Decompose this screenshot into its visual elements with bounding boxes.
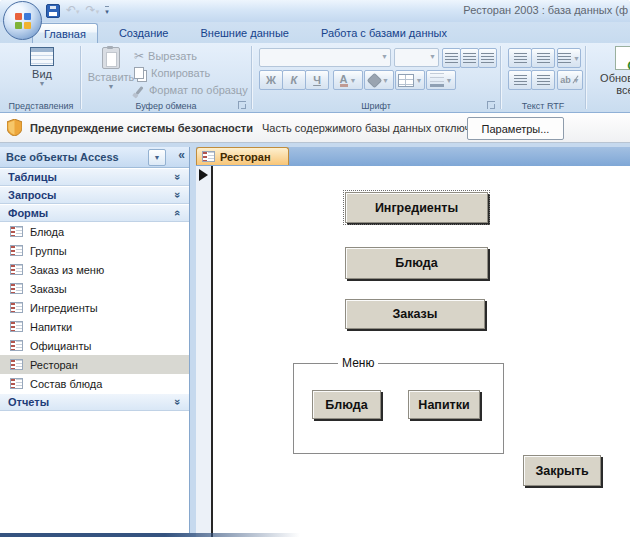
window-title: Ресторан 2003 : база данных (ф bbox=[463, 4, 628, 16]
italic-button[interactable]: К bbox=[282, 70, 306, 90]
copy-icon bbox=[134, 67, 144, 79]
office-button[interactable] bbox=[3, 1, 42, 40]
form-icon bbox=[10, 226, 23, 237]
chevron-down-icon: ▼ bbox=[350, 77, 357, 84]
nav-item-waiters-form[interactable]: Официанты bbox=[0, 336, 189, 355]
customize-qat-icon[interactable]: ▾ bbox=[105, 6, 109, 16]
chevron-double-up-icon: « bbox=[172, 210, 184, 216]
menu-drinks-button[interactable]: Напитки bbox=[408, 390, 480, 419]
increase-indent-icon bbox=[537, 53, 550, 64]
group-label-font: Шрифт bbox=[253, 101, 499, 111]
align-right-button[interactable] bbox=[478, 48, 497, 68]
direction-icon bbox=[558, 53, 571, 64]
options-button[interactable]: Параметры... bbox=[467, 117, 564, 140]
decrease-indent-icon bbox=[514, 53, 527, 64]
highlight-button[interactable]: ab ▼ bbox=[557, 70, 583, 90]
font-size-select[interactable]: ▼ bbox=[394, 48, 439, 67]
security-shield-icon bbox=[7, 119, 22, 136]
chevron-down-icon: ▼ bbox=[429, 53, 436, 60]
group-label-clipboard: Буфер обмена bbox=[82, 101, 250, 111]
window-bottom-border bbox=[0, 533, 300, 537]
window-titlebar: ↶▾ ↷▾ ▾ Ресторан 2003 : база данных (ф bbox=[0, 0, 630, 22]
form-icon bbox=[10, 340, 23, 351]
menu-group-label: Меню bbox=[338, 356, 378, 370]
alternate-fill-button[interactable]: ▼ bbox=[426, 70, 456, 90]
copy-button[interactable]: Копировать bbox=[134, 65, 210, 81]
record-selector-bar[interactable] bbox=[196, 166, 213, 537]
menu-dishes-button[interactable]: Блюда bbox=[312, 390, 381, 419]
bold-button[interactable]: Ж bbox=[259, 70, 283, 90]
refresh-all-icon: ⟳ bbox=[615, 46, 630, 70]
document-tab-restaurant[interactable]: Ресторан bbox=[196, 147, 289, 165]
nav-item-orders-form[interactable]: Заказы bbox=[0, 279, 189, 298]
paint-bucket-icon bbox=[367, 72, 383, 88]
tab-external-data[interactable]: Внешние данные bbox=[190, 23, 300, 43]
decrease-indent-button[interactable] bbox=[508, 48, 532, 68]
increase-indent-button[interactable] bbox=[531, 48, 555, 68]
document-tab-bar: Ресторан bbox=[196, 147, 630, 166]
save-icon[interactable] bbox=[46, 4, 60, 18]
form-icon bbox=[10, 378, 23, 389]
paste-button[interactable]: Вставить ▼ bbox=[90, 47, 132, 90]
collapse-pane-icon[interactable]: « bbox=[178, 148, 185, 162]
numbered-list-button[interactable] bbox=[508, 70, 532, 90]
group-label-views: Представления bbox=[2, 101, 80, 111]
restaurant-form: Ингредиенты Блюда Заказы Меню Блюда Напи… bbox=[196, 166, 630, 537]
chevron-down-icon: ▼ bbox=[446, 77, 453, 84]
font-name-select[interactable]: ▼ bbox=[259, 48, 391, 67]
dialog-launcher-icon[interactable] bbox=[238, 101, 246, 109]
menu-group-box: Меню Блюда Напитки bbox=[293, 363, 504, 454]
undo-icon[interactable]: ↶▾ bbox=[66, 4, 80, 18]
fill-color-button[interactable]: ▼ bbox=[364, 70, 394, 90]
align-center-button[interactable] bbox=[460, 48, 479, 68]
nav-item-groups-form[interactable]: Группы bbox=[0, 241, 189, 260]
chevron-down-icon: ▼ bbox=[382, 77, 389, 84]
gridlines-button[interactable]: ▼ bbox=[395, 70, 425, 90]
nav-item-ingredients-form[interactable]: Ингредиенты bbox=[0, 298, 189, 317]
section-reports[interactable]: Отчеты » bbox=[0, 393, 189, 411]
paste-icon bbox=[102, 47, 120, 69]
ingredients-button[interactable]: Ингредиенты bbox=[345, 192, 488, 223]
section-queries[interactable]: Запросы » bbox=[0, 186, 189, 204]
chevron-double-down-icon: » bbox=[172, 192, 184, 198]
bullet-list-button[interactable] bbox=[531, 70, 555, 90]
refresh-all-button[interactable]: ⟳ Обновить все bbox=[595, 46, 630, 96]
font-color-button[interactable]: А ▼ bbox=[333, 70, 363, 90]
form-icon bbox=[10, 359, 23, 370]
group-views: Вид ▼ Представления bbox=[2, 43, 80, 112]
chevron-double-down-icon: » bbox=[172, 399, 184, 405]
ribbon-tab-bar: Главная Создание Внешние данные Работа с… bbox=[0, 22, 630, 43]
tab-create[interactable]: Создание bbox=[108, 23, 180, 43]
group-label-rich-text: Текст RTF bbox=[502, 101, 584, 111]
dishes-button[interactable]: Блюда bbox=[345, 247, 488, 279]
nav-item-order-from-menu-form[interactable]: Заказ из меню bbox=[0, 260, 189, 279]
security-warning-message: Часть содержимого базы данных отключено bbox=[262, 122, 489, 134]
redo-icon[interactable]: ↷▾ bbox=[86, 4, 100, 18]
nav-item-dishes-form[interactable]: Блюда bbox=[0, 222, 189, 241]
direction-button[interactable]: ▼ bbox=[557, 48, 581, 68]
close-button[interactable]: Закрыть bbox=[523, 455, 601, 486]
nav-item-dish-composition-form[interactable]: Состав блюда bbox=[0, 374, 189, 393]
cut-button[interactable]: ✂ Вырезать bbox=[134, 48, 197, 64]
view-button[interactable]: Вид ▼ bbox=[21, 47, 63, 87]
dialog-launcher-icon[interactable] bbox=[487, 101, 495, 109]
section-tables[interactable]: Таблицы » bbox=[0, 168, 189, 186]
security-warning-title: Предупреждение системы безопасности bbox=[30, 122, 253, 134]
tab-database-tools[interactable]: Работа с базами данных bbox=[310, 23, 458, 43]
document-area: Ресторан Ингредиенты Блюда Заказы Меню Б… bbox=[196, 147, 630, 537]
main-area: Все объекты Access ▼ « Таблицы » Запросы… bbox=[0, 143, 630, 537]
tab-home[interactable]: Главная bbox=[32, 23, 98, 44]
align-left-button[interactable] bbox=[442, 48, 461, 68]
nav-item-restaurant-form[interactable]: Ресторан bbox=[0, 355, 189, 374]
format-painter-button[interactable]: Формат по образцу bbox=[134, 82, 248, 98]
current-record-arrow-icon bbox=[199, 169, 208, 181]
nav-pane-header[interactable]: Все объекты Access ▼ « bbox=[0, 147, 189, 168]
nav-menu-dropdown-icon[interactable]: ▼ bbox=[148, 149, 166, 166]
orders-button[interactable]: Заказы bbox=[345, 299, 485, 329]
bullet-list-icon bbox=[537, 75, 550, 86]
section-forms[interactable]: Формы « bbox=[0, 204, 189, 222]
nav-item-drinks-form[interactable]: Напитки bbox=[0, 317, 189, 336]
chevron-down-icon: ▼ bbox=[573, 55, 580, 62]
underline-button[interactable]: Ч bbox=[305, 70, 329, 90]
form-icon bbox=[202, 151, 215, 162]
